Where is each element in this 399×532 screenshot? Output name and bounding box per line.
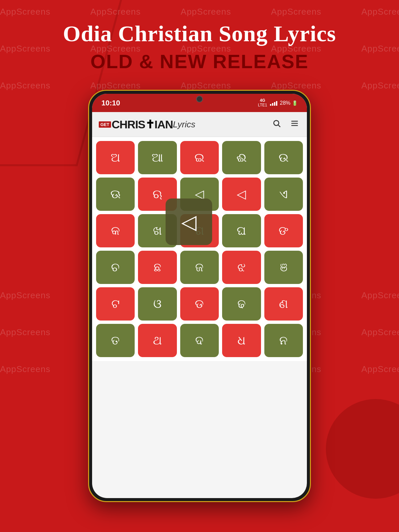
letter-cell-22[interactable]: ଡ	[180, 287, 219, 321]
header-section: Odia Christian Song Lyrics OLD & NEW REL…	[0, 0, 399, 93]
letter-cell-1[interactable]: ଆ	[138, 141, 177, 174]
letter-cell-18[interactable]: ଝ	[222, 251, 261, 284]
letter-cell-29[interactable]: ନ	[264, 324, 303, 357]
page-title: Odia Christian Song Lyrics	[63, 21, 336, 47]
letter-cell-28[interactable]: ଧ	[222, 324, 261, 357]
battery-indicator: 28% 🔋	[280, 100, 298, 106]
content-area: ଅଆଇଈଉଊଋ◁◁ଏକଖଗଘଙଚଛଜଝଞଟଓଡଢଣତଥଦଧନ ◁	[92, 137, 307, 498]
logo-christian-text: CHRIS	[112, 118, 145, 131]
menu-button[interactable]	[289, 118, 300, 131]
network-indicator: 4G LTE1	[258, 98, 267, 107]
letter-cell-3[interactable]: ଈ	[222, 141, 261, 174]
letter-cell-4[interactable]: ଉ	[264, 141, 303, 174]
letter-cell-5[interactable]: ଊ	[96, 178, 135, 211]
status-time: 10:10	[101, 99, 120, 107]
logo-get-badge: GET	[99, 121, 111, 128]
signal-bars	[270, 100, 277, 106]
app-bar-actions	[271, 118, 300, 131]
letter-grid: ଅଆଇଈଉଊଋ◁◁ଏକଖଗଘଙଚଛଜଝଞଟଓଡଢଣତଥଦଧନ	[96, 141, 303, 357]
phone-camera	[196, 96, 203, 102]
app-bar: GET CHRIS ✝ IAN Lyrics	[92, 112, 307, 137]
svg-point-0	[274, 120, 279, 125]
logo-tian-text: IAN	[155, 118, 173, 131]
phone-mockup: 10:10 4G LTE1 28% 🔋	[88, 90, 311, 502]
letter-cell-9[interactable]: ଏ	[264, 178, 303, 211]
svg-line-1	[278, 125, 280, 127]
letter-cell-23[interactable]: ଢ	[222, 287, 261, 321]
search-button[interactable]	[271, 118, 282, 131]
letter-cell-2[interactable]: ଇ	[180, 141, 219, 174]
letter-cell-15[interactable]: ଚ	[96, 251, 135, 284]
status-icons: 4G LTE1 28% 🔋	[258, 98, 298, 107]
letter-cell-0[interactable]: ଅ	[96, 141, 135, 174]
cross-icon: ✝	[145, 118, 155, 131]
letter-cell-21[interactable]: ଓ	[138, 287, 177, 321]
letter-cell-10[interactable]: କ	[96, 214, 135, 247]
letter-grid-container: ଅଆଇଈଉଊଋ◁◁ଏକଖଗଘଙଚଛଜଝଞଟଓଡଢଣତଥଦଧନ	[92, 137, 307, 361]
letter-cell-20[interactable]: ଟ	[96, 287, 135, 321]
logo-lyrics-text: Lyrics	[173, 119, 195, 130]
phone-screen: 10:10 4G LTE1 28% 🔋	[92, 94, 307, 498]
letter-cell-14[interactable]: ଙ	[264, 214, 303, 247]
letter-cell-24[interactable]: ଣ	[264, 287, 303, 321]
letter-cell-17[interactable]: ଜ	[180, 251, 219, 284]
letter-cell-26[interactable]: ଥ	[138, 324, 177, 357]
letter-cell-13[interactable]: ଘ	[222, 214, 261, 247]
letter-cell-19[interactable]: ଞ	[264, 251, 303, 284]
letter-cell-8[interactable]: ◁	[222, 178, 261, 211]
app-logo: GET CHRIS ✝ IAN Lyrics	[99, 118, 196, 131]
letter-cell-27[interactable]: ଦ	[180, 324, 219, 357]
phone-frame: 10:10 4G LTE1 28% 🔋	[88, 90, 311, 502]
letter-cell-25[interactable]: ତ	[96, 324, 135, 357]
page-subtitle: OLD & NEW RELEASE	[90, 50, 309, 72]
letter-cell-16[interactable]: ଛ	[138, 251, 177, 284]
letter-tooltip: ◁	[166, 199, 212, 245]
